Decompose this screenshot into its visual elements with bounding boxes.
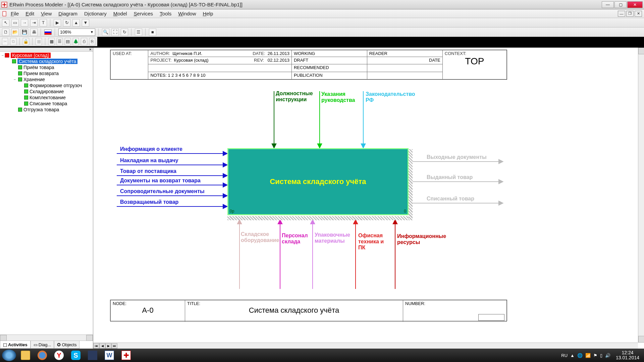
mechanism-label[interactable]: Персонал склада (282, 233, 312, 245)
align2-button[interactable]: ☰ (57, 38, 63, 45)
menu-tools[interactable]: Tools (156, 10, 175, 17)
maximize-button[interactable]: ▢ (614, 1, 627, 8)
tray-network-icon[interactable]: 📶 (585, 353, 591, 358)
tree-item[interactable]: Отгрузка товара (1, 107, 92, 113)
taskbar-explorer-icon[interactable] (18, 350, 33, 361)
menu-model[interactable]: Model (110, 10, 130, 17)
menu-edit[interactable]: Edit (22, 10, 38, 17)
tree-toggle-button[interactable]: 🌲 (73, 38, 79, 45)
sheet-first-button[interactable]: ⏮ (93, 343, 99, 349)
minimize-button[interactable]: — (602, 1, 614, 8)
box-tool[interactable]: ▭ (11, 19, 19, 26)
output-label[interactable]: Выданный товар (427, 174, 473, 180)
tree-item[interactable]: Система складского учёта (1, 58, 92, 64)
open-button[interactable]: 📂 (11, 28, 19, 36)
menu-file[interactable]: File (7, 10, 22, 17)
tray-flag-icon[interactable]: ⚑ (593, 353, 597, 358)
grid-button[interactable]: ▦ (36, 38, 42, 45)
taskbar-app1-icon[interactable] (85, 350, 100, 361)
tree-hscrollbar[interactable] (0, 335, 93, 341)
align1-button[interactable]: ▦ (48, 38, 54, 45)
canvas-hscrollbar[interactable]: ⏮ ◀ ▶ ⏭ (93, 343, 638, 349)
control-label[interactable]: Указания руководства (321, 91, 365, 103)
zoom-fit-button[interactable]: ⛶ (111, 28, 119, 36)
control-label[interactable]: Законодательство РФ (366, 91, 419, 103)
tray-wifi-icon[interactable]: ▯ (600, 353, 602, 358)
loop-tool[interactable]: ↻ (63, 19, 70, 26)
system-tray[interactable]: RU ▲ 🌐 📶 ⚑ ▯ 🔊 12:2413.01.2014 (561, 350, 642, 361)
cut-button[interactable]: ✂ (2, 38, 8, 45)
pointer-tool[interactable]: ↖ (2, 19, 9, 26)
output-label[interactable]: Выходные документы (427, 154, 487, 160)
control-label[interactable]: Должностные инструкции (276, 90, 319, 103)
play-tool[interactable]: ▶ (54, 19, 61, 26)
canvas-vscrollbar[interactable] (638, 48, 644, 343)
taskbar-erwin-icon[interactable]: ✚ (119, 350, 133, 361)
extra2-button[interactable]: ⎘ (89, 38, 95, 45)
tree-item[interactable]: Прием возврата (1, 70, 92, 76)
menu-services[interactable]: Services (130, 10, 157, 17)
text-tool[interactable]: T (40, 19, 47, 26)
tree-item[interactable]: Комплектование (1, 95, 92, 101)
save-button[interactable]: 💾 (21, 28, 28, 36)
mechanism-label[interactable]: Офисная техника и ПК (358, 233, 392, 251)
copy-button[interactable]: ⧉ (10, 38, 16, 45)
sheet-last-button[interactable]: ⏭ (111, 343, 117, 349)
model-tree[interactable]: − Курсовая (склад)Система складского учё… (0, 52, 93, 335)
output-label[interactable]: Списанный товар (427, 196, 474, 202)
mechanism-label[interactable]: Упаковочные материалы (315, 232, 355, 244)
menu-dictionary[interactable]: Dictionary (81, 10, 110, 17)
close-button[interactable]: ✕ (627, 1, 643, 8)
taskbar-word-icon[interactable]: W (102, 350, 117, 361)
input-label[interactable]: Товар от поставщика (120, 168, 176, 174)
mechanism-label[interactable]: Информационные ресурсы (397, 233, 451, 245)
tray-language[interactable]: RU (561, 353, 568, 358)
input-label[interactable]: Накладная на выдачу (120, 158, 178, 164)
start-button[interactable] (2, 350, 16, 361)
align3-button[interactable]: ▤ (65, 38, 71, 45)
zoom-combo[interactable]: 106%▼ (58, 28, 95, 36)
tree-item[interactable]: −Хранение (1, 76, 92, 82)
sidebar-close-icon[interactable]: ✕ (0, 48, 93, 52)
mdi-restore[interactable]: ❐ (626, 11, 634, 17)
menu-diagram[interactable]: Diagram (55, 10, 81, 17)
activity-box[interactable]: Система складского учёта 0p 0 (227, 148, 409, 215)
arrow-tool[interactable]: → (21, 19, 28, 26)
refresh-button[interactable]: ↻ (121, 28, 128, 36)
tree-item[interactable]: Формирование отгрузоч (1, 82, 92, 88)
taskbar-yandex-icon[interactable]: Y (52, 350, 66, 361)
zoom-in-button[interactable]: 🔍 (102, 28, 109, 36)
lock-button[interactable]: ■ (149, 28, 156, 36)
tunnel-tool[interactable]: ⇥ (30, 19, 38, 26)
tree-item[interactable]: Приём товара (1, 64, 92, 70)
taskbar-skype-icon[interactable]: S (68, 350, 83, 361)
diagram-canvas[interactable]: USED AT: AUTHOR: Щетников П.И. DATE: 26.… (93, 48, 638, 343)
extra1-button[interactable]: ⎙ (81, 38, 87, 45)
menu-window[interactable]: Window (175, 10, 199, 17)
mdi-close[interactable]: ✕ (635, 11, 642, 17)
sheet-next-button[interactable]: ▶ (105, 343, 111, 349)
input-label[interactable]: Сопроводительные документы (120, 188, 205, 194)
nav-button[interactable]: ☰ (135, 28, 142, 36)
tree-item[interactable]: Складирование (1, 88, 92, 95)
input-label[interactable]: Информация о клиенте (120, 146, 182, 152)
new-button[interactable]: 🗋 (2, 28, 9, 36)
tab-diagrams[interactable]: ▭ Diag... (31, 341, 54, 349)
locale-flag-icon[interactable] (44, 29, 52, 35)
print-button[interactable]: 🖶 (30, 28, 38, 36)
tree-item[interactable]: Списание товара (1, 101, 92, 107)
tab-activities[interactable]: ⬚ Activities (0, 341, 31, 349)
mechanism-label[interactable]: Складское оборудование (241, 231, 281, 243)
mdi-minimize[interactable]: — (618, 11, 625, 17)
input-label[interactable]: Возвращаемый товар (120, 199, 178, 205)
menu-view[interactable]: View (38, 10, 55, 17)
tray-chevron-icon[interactable]: ▲ (570, 353, 575, 358)
tray-clock[interactable]: 12:2413.01.2014 (613, 350, 642, 361)
tray-globe-icon[interactable]: 🌐 (577, 353, 583, 358)
tray-volume-icon[interactable]: 🔊 (605, 353, 610, 358)
padlock-button[interactable]: 🔒 (23, 38, 29, 45)
up-tool[interactable]: ▲ (72, 19, 80, 26)
input-label[interactable]: Документы на возврат товара (120, 178, 201, 184)
menu-help[interactable]: Help (200, 10, 217, 17)
sheet-prev-button[interactable]: ◀ (99, 343, 105, 349)
